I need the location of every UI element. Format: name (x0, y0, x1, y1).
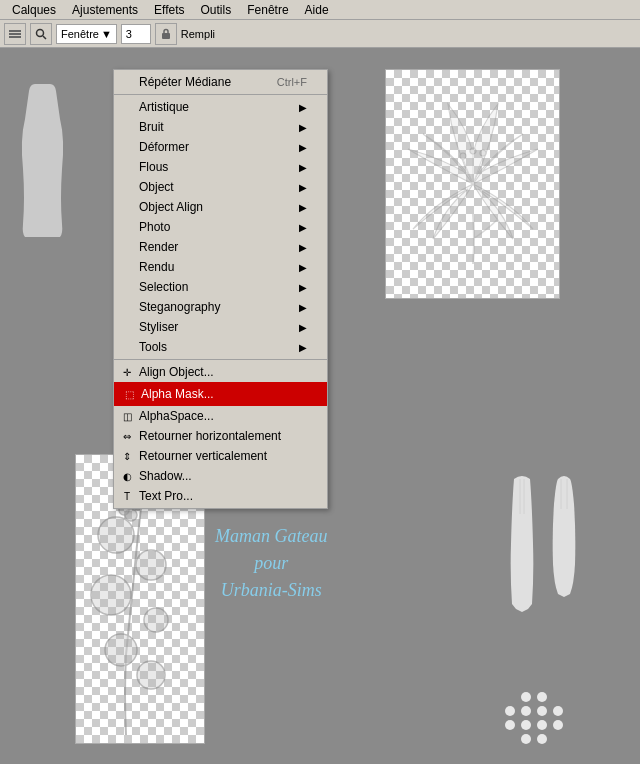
svg-rect-0 (9, 30, 21, 32)
dot (553, 720, 563, 730)
menu-bar: Calques Ajustements Effets Outils Fenêtr… (0, 0, 640, 20)
svg-point-10 (480, 150, 486, 156)
tall-shapes-area (506, 474, 580, 614)
svg-rect-5 (162, 33, 170, 39)
vase-shape (15, 79, 70, 239)
menu-styliser[interactable]: Styliser ▶ (114, 317, 327, 337)
menu-separator-1 (114, 94, 327, 95)
tall-shape-2 (548, 474, 580, 599)
submenu-arrow-icon: ▶ (299, 182, 307, 193)
svg-line-4 (43, 36, 46, 39)
toolbar-lock-btn[interactable] (155, 23, 177, 45)
dot (537, 720, 547, 730)
svg-point-9 (460, 153, 466, 159)
menu-artistique[interactable]: Artistique ▶ (114, 97, 327, 117)
dot (505, 734, 515, 744)
dot (521, 706, 531, 716)
menu-rendu[interactable]: Rendu ▶ (114, 257, 327, 277)
dot (505, 692, 515, 702)
menu-shadow[interactable]: ◐ Shadow... (114, 466, 327, 486)
effects-dropdown-menu: Répéter Médiane Ctrl+F Artistique ▶ Brui… (113, 69, 328, 509)
remplir-label: Rempli (181, 28, 215, 40)
toolbar-icon-layers[interactable] (4, 23, 26, 45)
submenu-arrow-icon: ▶ (299, 122, 307, 133)
dot (537, 692, 547, 702)
menu-bruit[interactable]: Bruit ▶ (114, 117, 327, 137)
dot (553, 706, 563, 716)
menu-photo[interactable]: Photo ▶ (114, 217, 327, 237)
move-icon: ✛ (119, 364, 135, 380)
flip-h-icon: ⇔ (119, 428, 135, 444)
menu-calques[interactable]: Calques (4, 1, 64, 19)
dot (505, 720, 515, 730)
alpha-icon: ◫ (119, 408, 135, 424)
svg-rect-1 (9, 33, 21, 35)
svg-point-13 (136, 550, 166, 580)
submenu-arrow-icon: ▶ (299, 282, 307, 293)
svg-point-15 (144, 608, 168, 632)
svg-rect-2 (9, 36, 21, 38)
menu-outils[interactable]: Outils (193, 1, 240, 19)
menu-alpha-mask[interactable]: ⬚ Alpha Mask... (114, 382, 327, 406)
menu-retourner-horiz[interactable]: ⇔ Retourner horizontalement (114, 426, 327, 446)
dropdown-arrow-icon: ▼ (101, 28, 112, 40)
submenu-arrow-icon: ▶ (299, 142, 307, 153)
toolbar-search-btn[interactable] (30, 23, 52, 45)
submenu-arrow-icon: ▶ (299, 302, 307, 313)
menu-deformer[interactable]: Déformer ▶ (114, 137, 327, 157)
menu-alphaspace[interactable]: ◫ AlphaSpace... (114, 406, 327, 426)
svg-point-3 (37, 29, 44, 36)
tall-shape-1 (506, 474, 538, 614)
dot (505, 706, 515, 716)
dot (521, 734, 531, 744)
flower-image (385, 69, 560, 299)
canvas-area: Maman Gateau pour Urbania-Sims Répéter M… (0, 49, 640, 764)
menu-text-pro[interactable]: T Text Pro... (114, 486, 327, 506)
dot (553, 692, 563, 702)
dot (521, 692, 531, 702)
menu-flous[interactable]: Flous ▶ (114, 157, 327, 177)
number-input[interactable]: 3 (121, 24, 151, 44)
menu-object-align[interactable]: Object Align ▶ (114, 197, 327, 217)
submenu-arrow-icon: ▶ (299, 262, 307, 273)
svg-point-16 (105, 634, 137, 666)
menu-aide[interactable]: Aide (297, 1, 337, 19)
menu-effets[interactable]: Effets (146, 1, 192, 19)
menu-ajustements[interactable]: Ajustements (64, 1, 146, 19)
dots-pattern (505, 692, 565, 744)
menu-align-object[interactable]: ✛ Align Object... (114, 362, 327, 382)
menu-repeter-mediane[interactable]: Répéter Médiane Ctrl+F (114, 72, 327, 92)
menu-steganography[interactable]: Steganography ▶ (114, 297, 327, 317)
menu-render[interactable]: Render ▶ (114, 237, 327, 257)
dot (537, 734, 547, 744)
svg-point-12 (98, 517, 134, 553)
menu-tools[interactable]: Tools ▶ (114, 337, 327, 357)
menu-fenetre[interactable]: Fenêtre (239, 1, 296, 19)
shadow-icon: ◐ (119, 468, 135, 484)
flip-v-icon: ⇕ (119, 448, 135, 464)
toolbar: Fenêtre ▼ 3 Rempli (0, 20, 640, 48)
svg-point-14 (91, 575, 131, 615)
text-icon: T (119, 488, 135, 504)
submenu-arrow-icon: ▶ (299, 342, 307, 353)
window-dropdown[interactable]: Fenêtre ▼ (56, 24, 117, 44)
dot (521, 720, 531, 730)
submenu-arrow-icon: ▶ (299, 242, 307, 253)
svg-point-11 (470, 148, 476, 154)
submenu-arrow-icon: ▶ (299, 202, 307, 213)
menu-separator-2 (114, 359, 327, 360)
menu-object[interactable]: Object ▶ (114, 177, 327, 197)
menu-retourner-vert[interactable]: ⇕ Retourner verticalement (114, 446, 327, 466)
decorative-text: Maman Gateau pour Urbania-Sims (215, 523, 327, 604)
menu-selection[interactable]: Selection ▶ (114, 277, 327, 297)
submenu-arrow-icon: ▶ (299, 322, 307, 333)
dot (537, 706, 547, 716)
svg-point-17 (137, 661, 165, 689)
submenu-arrow-icon: ▶ (299, 162, 307, 173)
submenu-arrow-icon: ▶ (299, 222, 307, 233)
dot (553, 734, 563, 744)
mask-icon: ⬚ (121, 386, 137, 402)
submenu-arrow-icon: ▶ (299, 102, 307, 113)
